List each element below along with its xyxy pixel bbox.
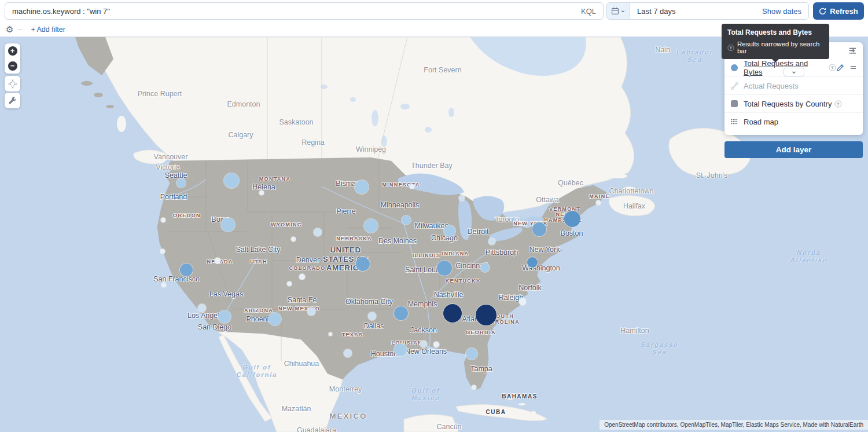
- query-input[interactable]: machine.os.keyword : "win 7" KQL: [5, 2, 604, 20]
- map-bubble[interactable]: [443, 304, 462, 323]
- map-bubble[interactable]: [259, 191, 264, 195]
- layer-row-actual-requests[interactable]: Actual Requests: [724, 76, 863, 94]
- map-bubble[interactable]: [564, 211, 580, 227]
- map-bubble[interactable]: [176, 178, 186, 188]
- map-bubble[interactable]: [368, 312, 376, 320]
- crosshair-icon: [8, 79, 17, 89]
- layer-tooltip: Total Requests and Bytes Results narrowe…: [722, 24, 829, 59]
- map-attribution: OpenStreetMap contributors, OpenMapTiles…: [599, 420, 868, 430]
- calendar-dropdown-button[interactable]: [607, 3, 630, 19]
- square-layer-icon: [730, 100, 738, 107]
- filter-icon: [727, 44, 734, 52]
- layer-row-road-map[interactable]: Road map: [724, 112, 863, 130]
- add-filter-button[interactable]: + Add filter: [31, 25, 65, 34]
- map-bubble[interactable]: [437, 261, 452, 276]
- filter-bar: ⚙ + Add filter: [0, 22, 65, 36]
- filter-badge-icon: [829, 64, 836, 71]
- map-bubble[interactable]: [356, 257, 370, 271]
- map-bubble[interactable]: [472, 385, 476, 390]
- map-bubble[interactable]: [480, 263, 490, 272]
- map-bubble[interactable]: [459, 195, 465, 201]
- edit-layer-icon[interactable]: [836, 64, 844, 72]
- map-bubble[interactable]: [299, 274, 305, 280]
- wrench-icon: [8, 96, 17, 105]
- zoom-controls: + −: [5, 43, 20, 74]
- refresh-label: Refresh: [830, 7, 858, 16]
- map-bubble[interactable]: [161, 218, 165, 222]
- tooltip-title: Total Requests and Bytes: [727, 28, 823, 36]
- drag-handle-icon[interactable]: [849, 64, 857, 71]
- zoom-out-button[interactable]: −: [5, 58, 20, 74]
- map-bubble[interactable]: [527, 257, 538, 268]
- map-bubble[interactable]: [596, 200, 601, 205]
- map-bubble[interactable]: [161, 283, 166, 287]
- map-bubble[interactable]: [394, 343, 407, 356]
- map-bubble[interactable]: [215, 258, 220, 263]
- map-bubble[interactable]: [519, 298, 526, 305]
- map-bubble[interactable]: [355, 180, 369, 194]
- date-picker: Last 7 days Show dates: [606, 2, 809, 20]
- minus-icon: −: [8, 61, 17, 71]
- map-bubble[interactable]: [394, 306, 408, 320]
- map-bubble[interactable]: [291, 237, 296, 241]
- grid-layer-icon: [730, 118, 738, 125]
- refresh-icon: [819, 8, 826, 15]
- map-bubble[interactable]: [329, 332, 332, 336]
- refresh-button[interactable]: Refresh: [813, 2, 864, 20]
- map-bubble[interactable]: [180, 263, 193, 276]
- kql-language-button[interactable]: KQL: [581, 7, 603, 16]
- gear-icon[interactable]: ⚙: [6, 25, 13, 34]
- query-text[interactable]: machine.os.keyword : "win 7": [5, 7, 581, 16]
- map-bubble[interactable]: [344, 349, 352, 357]
- layer-name[interactable]: Road map: [744, 118, 778, 126]
- circle-layer-icon: [730, 64, 738, 71]
- map-bubble[interactable]: [466, 348, 477, 360]
- chevron-down-icon: [620, 9, 626, 14]
- map-bubble[interactable]: [410, 184, 414, 189]
- filter-badge-icon: [834, 100, 842, 108]
- chevron-down-icon: [791, 69, 797, 75]
- layer-row-total-requests-by-country[interactable]: Total Requests by Country: [724, 94, 863, 112]
- expand-layer-button[interactable]: [784, 68, 804, 76]
- zoom-in-button[interactable]: +: [5, 43, 20, 58]
- plus-icon: +: [8, 46, 17, 56]
- tooltip-body-text: Results narrowed by search bar: [737, 41, 823, 54]
- map-bubble[interactable]: [307, 307, 315, 316]
- show-dates-button[interactable]: Show dates: [762, 7, 808, 16]
- map-bubble[interactable]: [420, 341, 427, 347]
- map-bubble[interactable]: [218, 310, 231, 323]
- map-bubble[interactable]: [160, 249, 165, 254]
- map-bubble[interactable]: [269, 313, 281, 325]
- map-bubble[interactable]: [476, 305, 496, 325]
- map-bubble[interactable]: [433, 342, 439, 347]
- fit-to-bounds-button[interactable]: [5, 76, 20, 91]
- map-bubble[interactable]: [488, 238, 495, 245]
- filter-divider: [18, 29, 23, 30]
- map-bubble[interactable]: [532, 222, 546, 236]
- map-bubble[interactable]: [221, 218, 235, 232]
- collapse-panel-icon[interactable]: [848, 46, 857, 55]
- line-layer-icon: [730, 82, 738, 90]
- map-bubble[interactable]: [402, 215, 411, 225]
- map-canvas[interactable]: Labrador SeaNorda AtlantikoSargasso SeaG…: [0, 37, 868, 432]
- map-bubble[interactable]: [364, 219, 378, 233]
- time-range-value[interactable]: Last 7 days: [630, 7, 762, 16]
- map-bubble[interactable]: [444, 225, 455, 237]
- map-bubble[interactable]: [224, 173, 239, 188]
- tooltip-arrow: [772, 59, 779, 63]
- add-layer-button[interactable]: Add layer: [724, 141, 863, 158]
- layer-name[interactable]: Total Requests by Country: [744, 100, 832, 108]
- map-bubble[interactable]: [198, 304, 206, 312]
- layer-name[interactable]: Actual Requests: [744, 82, 799, 90]
- map-bubble[interactable]: [314, 228, 322, 236]
- tools-button[interactable]: [5, 93, 20, 108]
- map-bubble[interactable]: [287, 281, 292, 286]
- calendar-icon: [611, 7, 619, 15]
